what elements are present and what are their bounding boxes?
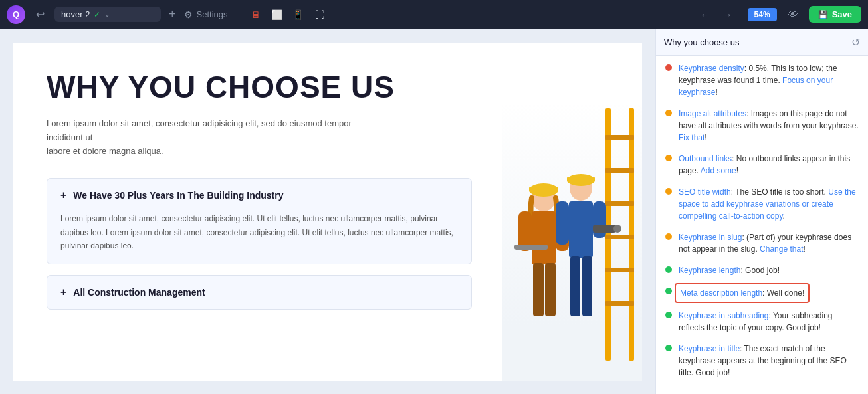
seo-link[interactable]: Add some [701, 166, 736, 175]
canvas: WHY YOU CHOOSE US Lorem ipsum dolor sit … [0, 29, 655, 394]
seo-dot-orange [665, 155, 672, 161]
svg-rect-14 [533, 263, 544, 316]
accordion-plus-icon: + [60, 189, 66, 201]
seo-label: Keyphrase in slug [679, 233, 742, 242]
page-heading: WHY YOU CHOOSE US [47, 69, 609, 105]
expand-icon[interactable]: ⛶ [310, 5, 329, 24]
seo-label: Outbound links [679, 154, 732, 163]
seo-item-keyphrase-slug: Keyphrase in slug: (Part of) your keyphr… [665, 231, 859, 255]
tablet-icon[interactable]: ⬜ [268, 5, 286, 24]
chevron-down-icon: ⌄ [104, 11, 110, 18]
seo-item-keyphrase-density: Keyphrase density: 0.5%. This is too low… [665, 62, 859, 98]
seo-label: Meta description length [680, 288, 762, 298]
seo-label: Keyphrase density [679, 64, 744, 73]
seo-item-seo-title-width: SEO title width: The SEO title is too sh… [665, 186, 859, 222]
svg-rect-4 [605, 201, 634, 206]
seo-label: Keyphrase in subheading [679, 311, 768, 320]
accordion-item-1[interactable]: + We Have 30 Plus Years In The Building … [47, 178, 472, 264]
panel-search-bar: ↺ [656, 29, 868, 56]
app-logo[interactable]: Q [7, 5, 25, 24]
svg-rect-23 [570, 256, 580, 316]
svg-rect-21 [556, 201, 569, 245]
device-icons: 🖥 ⬜ 📱 ⛶ [247, 5, 329, 24]
svg-rect-3 [605, 168, 634, 173]
seo-item-meta-desc-length: Meta description length: Well done! [665, 286, 859, 300]
accordion-title-2: All Construction Management [73, 287, 205, 298]
settings-button[interactable]: ⚙ Settings [184, 9, 228, 20]
save-icon: 💾 [818, 10, 828, 19]
seo-item-outbound-links: Outbound links: No outbound links appear… [665, 153, 859, 177]
svg-rect-11 [532, 211, 556, 264]
svg-rect-2 [605, 135, 634, 140]
canvas-inner: WHY YOU CHOOSE US Lorem ipsum dolor sit … [13, 43, 642, 381]
svg-rect-20 [569, 201, 593, 258]
seo-item-keyphrase-length: Keyphrase length: Good job! [665, 264, 859, 276]
svg-rect-7 [605, 301, 634, 306]
svg-rect-16 [514, 245, 548, 250]
svg-rect-19 [567, 177, 595, 182]
zoom-level[interactable]: 54% [748, 8, 777, 21]
panel-content: Keyphrase density: 0.5%. This is too low… [656, 56, 868, 394]
topbar: Q ↩ hover 2 ✓ ⌄ + ⚙ Settings 🖥 ⬜ 📱 ⛶ ← →… [0, 0, 868, 29]
seo-item-image-alt: Image alt attributes: Images on this pag… [665, 108, 859, 144]
topbar-right: 54% 👁 💾 Save [748, 5, 861, 24]
svg-rect-15 [545, 263, 556, 316]
svg-point-26 [613, 225, 621, 233]
seo-dot-red [665, 64, 672, 71]
accordion-header-2: + All Construction Management [60, 286, 458, 298]
refresh-icon[interactable]: ↺ [851, 36, 860, 49]
seo-link[interactable]: Fix that [679, 133, 705, 142]
seo-label: Keyphrase in title [679, 344, 740, 353]
accordion-body-1: Lorem ipsum dolor sit amet, consectetur … [60, 212, 458, 252]
seo-item-keyphrase-title: Keyphrase in title: The exact match of t… [665, 343, 859, 379]
seo-search-input[interactable] [664, 37, 846, 47]
add-page-button[interactable]: + [166, 5, 179, 24]
main-area: WHY YOU CHOOSE US Lorem ipsum dolor sit … [0, 29, 868, 394]
page-selector[interactable]: hover 2 ✓ ⌄ [54, 7, 161, 22]
seo-label: Image alt attributes [679, 109, 746, 118]
nav-arrows: ← → [696, 5, 737, 24]
svg-rect-25 [593, 225, 616, 233]
forward-button[interactable]: → [718, 5, 737, 24]
page-status-icon: ✓ [94, 10, 100, 19]
worker-svg [502, 102, 642, 381]
preview-button[interactable]: 👁 [784, 5, 802, 24]
svg-rect-10 [529, 187, 558, 192]
accordion-title-1: We Have 30 Plus Years In The Building In… [73, 190, 283, 201]
right-panel: ↺ Keyphrase density: 0.5%. This is too l… [655, 29, 868, 394]
seo-dot-green [665, 288, 672, 294]
seo-dot-orange [665, 233, 672, 240]
svg-rect-5 [605, 235, 634, 239]
svg-rect-24 [582, 256, 592, 316]
back-button[interactable]: ← [696, 5, 714, 24]
gear-icon: ⚙ [184, 9, 193, 20]
seo-dot-orange [665, 110, 672, 116]
seo-link[interactable]: Change that [760, 245, 803, 254]
seo-dot-green [665, 312, 672, 318]
accordion-header-1: + We Have 30 Plus Years In The Building … [60, 189, 458, 201]
desktop-icon[interactable]: 🖥 [247, 5, 265, 24]
accordion-plus-icon-2: + [60, 286, 66, 298]
svg-rect-6 [605, 268, 634, 272]
seo-label: SEO title width [679, 187, 731, 197]
seo-item-keyphrase-subheading: Keyphrase in subheading: Your subheading… [665, 310, 859, 334]
seo-dot-green [665, 345, 672, 351]
seo-dot-orange [665, 188, 672, 195]
save-button[interactable]: 💾 Save [809, 6, 861, 23]
page-subtext: Lorem ipsum dolor sit amet, consectetur … [47, 117, 366, 158]
undo-button[interactable]: ↩ [31, 5, 49, 24]
seo-label: Keyphrase length [679, 266, 740, 275]
mobile-icon[interactable]: 📱 [289, 5, 308, 24]
worker-image [502, 102, 642, 381]
accordion-item-2[interactable]: + All Construction Management [47, 275, 472, 310]
page-name: hover 2 [61, 9, 90, 19]
seo-dot-green [665, 266, 672, 273]
